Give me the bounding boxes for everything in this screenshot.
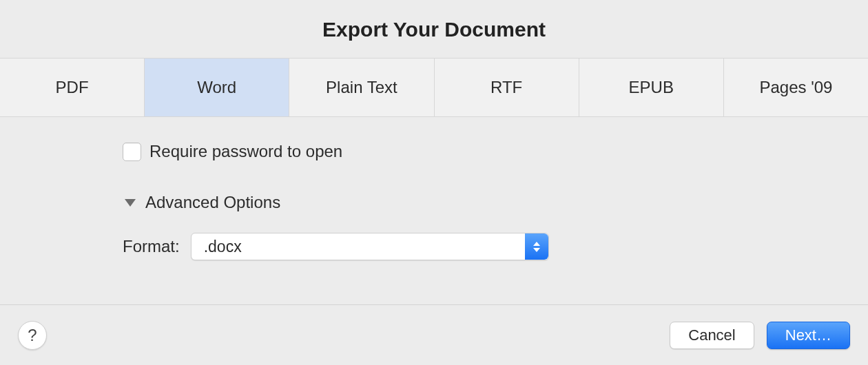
options-panel: Require password to open Advanced Option…	[0, 117, 868, 260]
require-password-row: Require password to open	[123, 142, 868, 161]
require-password-checkbox[interactable]	[123, 143, 141, 161]
tab-plain-text[interactable]: Plain Text	[289, 59, 434, 116]
tab-pages09[interactable]: Pages '09	[724, 59, 868, 116]
advanced-options-label: Advanced Options	[145, 193, 280, 212]
chevron-down-icon	[533, 248, 540, 252]
advanced-options-row[interactable]: Advanced Options	[123, 193, 868, 212]
dialog-title: Export Your Document	[0, 0, 868, 58]
next-button[interactable]: Next…	[767, 322, 850, 349]
help-button[interactable]: ?	[18, 321, 47, 350]
dropdown-stepper-icon	[525, 233, 548, 260]
chevron-up-icon	[533, 242, 540, 246]
dialog-footer: ? Cancel Next…	[0, 304, 868, 365]
format-row: Format: .docx	[123, 233, 868, 260]
format-tabbar: PDF Word Plain Text RTF EPUB Pages '09	[0, 58, 868, 117]
cancel-button[interactable]: Cancel	[670, 322, 754, 349]
disclosure-triangle-icon	[125, 199, 136, 207]
require-password-label: Require password to open	[149, 142, 342, 161]
tab-pdf[interactable]: PDF	[0, 59, 145, 116]
format-value: .docx	[204, 238, 242, 256]
format-label: Format:	[123, 237, 180, 256]
tab-epub[interactable]: EPUB	[579, 59, 724, 116]
footer-buttons: Cancel Next…	[670, 322, 850, 349]
format-select[interactable]: .docx	[191, 233, 549, 260]
tab-word[interactable]: Word	[145, 59, 289, 116]
tab-rtf[interactable]: RTF	[435, 59, 579, 116]
